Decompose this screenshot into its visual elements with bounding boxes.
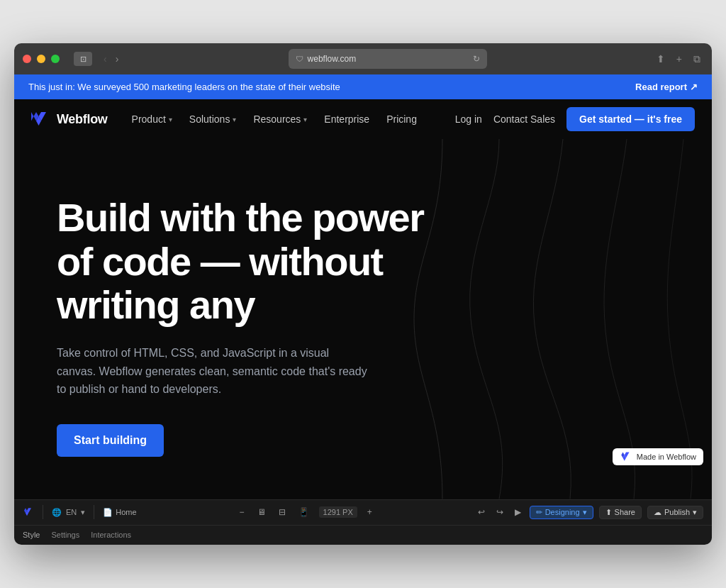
locale-chevron-icon: ▾ [81, 508, 85, 517]
fullscreen-button[interactable] [51, 55, 60, 63]
nav-item-pricing[interactable]: Pricing [379, 109, 424, 129]
style-panel-tab[interactable]: Style [23, 531, 40, 539]
hero-title: Build with the power of code — without w… [57, 196, 440, 327]
refresh-icon[interactable]: ↻ [473, 54, 480, 64]
publish-button[interactable]: ☁ Publish ▾ [647, 506, 703, 519]
page-breadcrumb: 📄 Home [103, 508, 136, 517]
hero-subtitle: Take control of HTML, CSS, and JavaScrip… [57, 344, 369, 399]
editor-toolbar: 🌐 EN ▾ 📄 Home − 🖥 ⊟ 📱 1291 PX + ↩ ↪ ▶ ✏ … [14, 499, 712, 525]
navbar: Webflow Product ▾ Solutions ▾ Resources … [14, 99, 712, 139]
tablet-view-icon[interactable]: ⊟ [276, 506, 289, 518]
made-in-webflow-logo-icon [620, 452, 632, 462]
publish-chevron-icon: ▾ [693, 508, 697, 517]
address-bar[interactable]: 🛡 webflow.com ↻ [289, 49, 487, 69]
designing-icon: ✏ [536, 508, 542, 517]
page-icon: 📄 [103, 508, 113, 517]
made-in-webflow-text: Made in Webflow [637, 453, 696, 461]
hero-section: Build with the power of code — without w… [14, 139, 712, 499]
toolbar-right: ↩ ↪ ▶ ✏ Designing ▾ ⬆ Share ☁ Publish ▾ [475, 506, 703, 519]
resources-chevron-icon: ▾ [303, 116, 307, 123]
nav-item-enterprise[interactable]: Enterprise [317, 109, 376, 129]
close-button[interactable] [23, 55, 31, 63]
toolbar-divider-1 [43, 505, 43, 519]
editor-logo-icon [23, 508, 34, 516]
tabs-icon[interactable]: ⧉ [691, 52, 703, 67]
hero-content: Build with the power of code — without w… [57, 196, 440, 457]
page-name[interactable]: Home [116, 508, 136, 516]
minimize-button[interactable] [37, 55, 45, 63]
back-button[interactable]: ‹ [101, 53, 110, 65]
logo[interactable]: Webflow [31, 112, 108, 127]
product-chevron-icon: ▾ [169, 116, 172, 123]
window-controls: ⊡ [74, 52, 92, 66]
banner-cta-link[interactable]: Read report ↗ [635, 82, 698, 92]
share-icon: ⬆ [605, 508, 612, 517]
solutions-chevron-icon: ▾ [233, 116, 236, 123]
toolbar-center: − 🖥 ⊟ 📱 1291 PX + [145, 506, 467, 518]
nav-item-resources[interactable]: Resources ▾ [246, 109, 314, 129]
viewport-size: 1291 PX [319, 506, 357, 518]
webflow-logo-icon [31, 112, 51, 126]
navbar-right: Log in Contact Sales Get started — it's … [455, 107, 695, 131]
mobile-view-icon[interactable]: 📱 [296, 506, 312, 518]
navbar-left: Webflow Product ▾ Solutions ▾ Resources … [31, 109, 424, 129]
designing-chevron-icon: ▾ [583, 508, 587, 517]
editor-logo [23, 508, 34, 516]
desktop-view-icon[interactable]: 🖥 [255, 506, 269, 518]
locale-section: 🌐 EN ▾ [52, 508, 85, 517]
redo-icon[interactable]: ↪ [493, 506, 506, 518]
nav-item-solutions[interactable]: Solutions ▾ [182, 109, 244, 129]
interactions-panel-tab[interactable]: Interactions [91, 531, 131, 539]
traffic-lights [23, 55, 60, 63]
sidebar-toggle-button[interactable]: ⊡ [74, 52, 92, 66]
announcement-banner: This just in: We surveyed 500 marketing … [14, 74, 712, 99]
logo-text: Webflow [57, 112, 108, 127]
start-building-button[interactable]: Start building [57, 424, 164, 457]
titlebar-right: ⬆ + ⧉ [654, 52, 703, 67]
contact-sales-link[interactable]: Contact Sales [493, 113, 555, 125]
titlebar: ⊡ ‹ › 🛡 webflow.com ↻ ⬆ + ⧉ [14, 43, 712, 74]
banner-text: This just in: We surveyed 500 marketing … [28, 82, 340, 92]
browser-window: ⊡ ‹ › 🛡 webflow.com ↻ ⬆ + ⧉ This just in… [14, 43, 712, 545]
made-in-webflow-badge[interactable]: Made in Webflow [613, 448, 703, 465]
get-started-button[interactable]: Get started — it's free [566, 107, 695, 131]
nav-item-product[interactable]: Product ▾ [125, 109, 179, 129]
preview-icon[interactable]: ▶ [512, 506, 524, 518]
toolbar-divider-2 [94, 505, 94, 519]
nav-items: Product ▾ Solutions ▾ Resources ▾ Enterp… [125, 109, 424, 129]
locale-icon: 🌐 [52, 508, 62, 517]
login-link[interactable]: Log in [455, 113, 482, 125]
forward-button[interactable]: › [113, 53, 122, 65]
designing-label: Designing [545, 508, 580, 516]
plus-zoom-icon[interactable]: + [364, 506, 375, 518]
security-icon: 🛡 [296, 55, 303, 63]
locale-label[interactable]: EN [66, 508, 77, 516]
panels-bar: Style Settings Interactions [14, 525, 712, 545]
designing-mode-badge[interactable]: ✏ Designing ▾ [530, 506, 593, 519]
settings-panel-tab[interactable]: Settings [51, 531, 79, 539]
publish-icon: ☁ [654, 508, 661, 517]
share-icon[interactable]: ⬆ [654, 52, 668, 66]
address-bar-container: 🛡 webflow.com ↻ [127, 49, 647, 69]
new-tab-icon[interactable]: + [674, 52, 685, 66]
nav-arrows: ‹ › [101, 53, 121, 65]
undo-icon[interactable]: ↩ [475, 506, 488, 518]
url-text: webflow.com [308, 54, 357, 64]
minus-icon[interactable]: − [237, 506, 247, 518]
share-button[interactable]: ⬆ Share [599, 506, 642, 519]
